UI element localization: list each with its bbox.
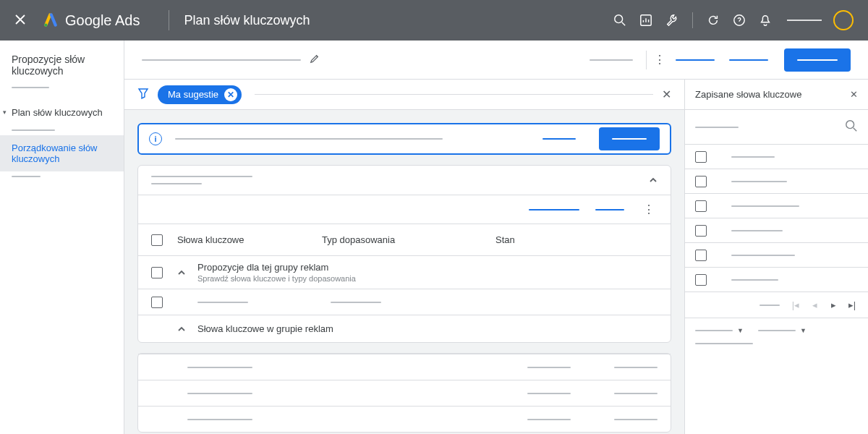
info-icon: i [149,132,162,145]
filter-input-area[interactable] [255,94,653,95]
app-header: Google Ads Plan słów kluczowych [0,0,868,41]
info-banner: i [137,123,671,155]
pager-last-icon[interactable]: ▸| [843,297,861,314]
collapse-icon[interactable] [649,176,658,184]
group-title: Słowa kluczowe w grupie reklam [197,323,333,334]
footer-placeholder [695,343,753,344]
page-title: Plan słów kluczowych [184,13,310,28]
row-checkbox[interactable] [151,267,163,278]
account-placeholder[interactable] [787,20,822,21]
sidebar-item-plan[interactable]: Plan słów kluczowych [0,100,124,125]
keyword-row[interactable] [138,289,671,315]
svg-point-4 [846,121,854,129]
more-menu-icon[interactable]: ⋮ [651,53,668,67]
col-match-type[interactable]: Typ dopasowania [322,234,495,245]
group-suggestions-row[interactable]: Propozycje dla tej grupy reklam Sprawdź … [138,255,671,289]
chip-label: Ma sugestie [168,89,218,100]
footer-dropdown[interactable]: ▼ [758,327,807,334]
panel-title: Zapisane słowa kluczowe [695,89,850,100]
reports-icon[interactable] [633,7,659,33]
item-placeholder [731,255,795,256]
cell-placeholder [187,393,252,394]
cell-placeholder [614,419,658,420]
sidebar: Propozycje słów kluczowych Plan słów klu… [0,41,124,434]
cell-placeholder [197,302,248,303]
card-more-icon[interactable]: ⋮ [640,203,658,216]
saved-keyword-item[interactable] [685,194,868,218]
item-checkbox[interactable] [695,200,707,212]
filter-icon[interactable] [137,88,149,101]
panel-close-icon[interactable]: ✕ [850,89,858,100]
row-checkbox[interactable] [151,297,163,308]
help-icon[interactable] [726,7,752,33]
item-checkbox[interactable] [695,250,707,261]
cell-placeholder [527,393,571,394]
sidebar-section-title[interactable]: Propozycje słów kluczowych [0,54,124,87]
group-in-adgroup-row[interactable]: Słowa kluczowe w grupie reklam [138,315,671,342]
edit-icon[interactable] [310,54,320,66]
item-placeholder [731,230,783,231]
card-link[interactable] [529,209,579,210]
topbar-link[interactable] [676,59,715,61]
item-placeholder [731,181,787,182]
info-link[interactable] [542,138,576,140]
select-all-checkbox[interactable] [151,234,163,246]
footer-dropdown[interactable]: ▼ [695,327,744,334]
cell-placeholder [614,393,658,394]
sidebar-item-organize[interactable]: Porządkowanie słów kluczowych [0,135,124,171]
pager-next-icon[interactable]: ▸ [825,297,842,314]
avatar[interactable] [833,10,854,30]
topbar-placeholder [590,59,633,61]
primary-action-button[interactable] [784,48,851,72]
svg-point-1 [615,15,623,23]
saved-keyword-item[interactable] [685,268,868,292]
divider [169,10,169,30]
filter-chip-suggestions[interactable]: Ma sugestie ✕ [158,85,242,104]
adgroup-card [137,353,671,433]
item-checkbox[interactable] [695,151,707,163]
filterbar-close-icon[interactable]: ✕ [662,88,671,101]
col-state[interactable]: Stan [495,234,658,245]
saved-keyword-item[interactable] [685,145,868,169]
tools-icon[interactable] [659,7,685,33]
pager-first-icon[interactable]: |◂ [787,297,804,314]
topbar-link[interactable] [729,59,768,61]
close-icon[interactable] [14,14,26,27]
group-subtitle: Sprawdź słowa kluczowe i typy dopasowani… [197,274,356,283]
panel-footer: ▼ ▼ [685,318,868,353]
cell-placeholder [331,302,381,303]
cell-placeholder [527,419,571,420]
sidebar-sub-placeholder[interactable] [12,176,41,177]
search-icon[interactable] [607,7,633,33]
table-header: Słowa kluczowe Typ dopasowania Stan [138,224,671,255]
group-title: Propozycje dla tej grupy reklam [197,262,356,273]
product-name: Google Ads [65,12,140,29]
saved-keyword-item[interactable] [685,243,868,268]
col-keywords[interactable]: Słowa kluczowe [177,234,322,245]
saved-keyword-item[interactable] [685,218,868,243]
cell-placeholder [527,367,571,368]
collapse-icon[interactable] [177,268,186,277]
cell-placeholder [187,419,252,420]
info-text-placeholder [175,138,443,140]
cell-placeholder [187,367,252,368]
info-action-button[interactable] [599,127,660,150]
product-logo: Google Ads [43,12,140,29]
pager-prev-icon[interactable]: ◂ [806,297,823,314]
plan-name-placeholder[interactable] [142,59,301,61]
card-title-placeholder [151,176,252,177]
sidebar-placeholder[interactable] [12,87,49,88]
saved-keyword-item[interactable] [685,169,868,194]
notifications-icon[interactable] [752,7,778,33]
card-link[interactable] [595,209,624,210]
chip-remove-icon[interactable]: ✕ [224,88,237,101]
item-checkbox[interactable] [695,176,707,187]
adgroup-card: ⋮ Słowa kluczowe Typ dopasowania Stan [137,165,671,343]
pager-info [760,305,780,306]
search-icon[interactable] [845,119,858,135]
sidebar-sub-placeholder[interactable] [12,129,55,131]
refresh-icon[interactable] [700,7,726,33]
item-checkbox[interactable] [695,225,707,237]
collapse-icon[interactable] [177,325,186,333]
item-checkbox[interactable] [695,274,707,286]
